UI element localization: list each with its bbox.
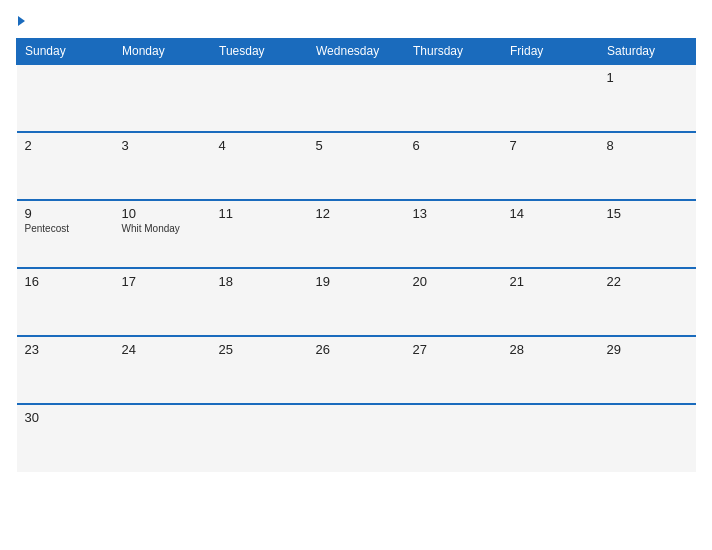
day-number: 29: [607, 342, 688, 357]
day-number: 30: [25, 410, 106, 425]
day-number: 3: [122, 138, 203, 153]
calendar-cell: [211, 64, 308, 132]
week-row-3: 9Pentecost10Whit Monday1112131415: [17, 200, 696, 268]
day-number: 24: [122, 342, 203, 357]
calendar-cell: [211, 404, 308, 472]
calendar-cell: [405, 404, 502, 472]
week-row-6: 30: [17, 404, 696, 472]
day-number: 12: [316, 206, 397, 221]
day-number: 7: [510, 138, 591, 153]
calendar-cell: 7: [502, 132, 599, 200]
day-number: 8: [607, 138, 688, 153]
calendar-cell: 16: [17, 268, 114, 336]
logo: [16, 16, 25, 26]
day-number: 18: [219, 274, 300, 289]
calendar-cell: 18: [211, 268, 308, 336]
day-number: 4: [219, 138, 300, 153]
logo-triangle-icon: [18, 16, 25, 26]
calendar-cell: 10Whit Monday: [114, 200, 211, 268]
calendar-cell: 22: [599, 268, 696, 336]
calendar-cell: 2: [17, 132, 114, 200]
calendar-cell: 30: [17, 404, 114, 472]
calendar-cell: 27: [405, 336, 502, 404]
day-number: 19: [316, 274, 397, 289]
day-number: 27: [413, 342, 494, 357]
calendar-cell: 24: [114, 336, 211, 404]
calendar-cell: 13: [405, 200, 502, 268]
calendar-table: SundayMondayTuesdayWednesdayThursdayFrid…: [16, 38, 696, 472]
day-number: 6: [413, 138, 494, 153]
calendar-cell: 15: [599, 200, 696, 268]
calendar-cell: 23: [17, 336, 114, 404]
day-number: 23: [25, 342, 106, 357]
day-number: 17: [122, 274, 203, 289]
calendar-cell: 4: [211, 132, 308, 200]
calendar-cell: 19: [308, 268, 405, 336]
calendar-cell: [17, 64, 114, 132]
week-row-1: 1: [17, 64, 696, 132]
day-header-friday: Friday: [502, 39, 599, 65]
week-row-2: 2345678: [17, 132, 696, 200]
week-row-5: 23242526272829: [17, 336, 696, 404]
day-number: 22: [607, 274, 688, 289]
holiday-label: Whit Monday: [122, 223, 203, 234]
calendar-header-row: SundayMondayTuesdayWednesdayThursdayFrid…: [17, 39, 696, 65]
day-number: 25: [219, 342, 300, 357]
day-header-monday: Monday: [114, 39, 211, 65]
calendar-cell: 3: [114, 132, 211, 200]
day-header-saturday: Saturday: [599, 39, 696, 65]
calendar-cell: 20: [405, 268, 502, 336]
calendar-cell: 14: [502, 200, 599, 268]
calendar-cell: 11: [211, 200, 308, 268]
holiday-label: Pentecost: [25, 223, 106, 234]
calendar-cell: [114, 64, 211, 132]
calendar-cell: [405, 64, 502, 132]
calendar-cell: 28: [502, 336, 599, 404]
calendar-cell: [502, 64, 599, 132]
calendar-cell: [308, 404, 405, 472]
calendar-cell: [502, 404, 599, 472]
calendar-cell: 5: [308, 132, 405, 200]
day-header-tuesday: Tuesday: [211, 39, 308, 65]
day-number: 10: [122, 206, 203, 221]
calendar-header: [16, 16, 696, 26]
calendar-cell: 25: [211, 336, 308, 404]
day-number: 9: [25, 206, 106, 221]
day-number: 5: [316, 138, 397, 153]
day-number: 11: [219, 206, 300, 221]
calendar-cell: 6: [405, 132, 502, 200]
calendar-cell: 9Pentecost: [17, 200, 114, 268]
calendar-cell: 8: [599, 132, 696, 200]
day-number: 28: [510, 342, 591, 357]
day-number: 20: [413, 274, 494, 289]
logo-blue-text: [16, 16, 25, 26]
week-row-4: 16171819202122: [17, 268, 696, 336]
calendar-cell: [599, 404, 696, 472]
calendar-cell: 26: [308, 336, 405, 404]
day-number: 14: [510, 206, 591, 221]
day-number: 15: [607, 206, 688, 221]
calendar-cell: 29: [599, 336, 696, 404]
day-number: 13: [413, 206, 494, 221]
calendar-cell: [308, 64, 405, 132]
day-header-thursday: Thursday: [405, 39, 502, 65]
day-number: 2: [25, 138, 106, 153]
calendar-cell: [114, 404, 211, 472]
calendar-cell: 17: [114, 268, 211, 336]
day-number: 26: [316, 342, 397, 357]
day-header-sunday: Sunday: [17, 39, 114, 65]
day-header-wednesday: Wednesday: [308, 39, 405, 65]
day-number: 16: [25, 274, 106, 289]
calendar-cell: 21: [502, 268, 599, 336]
day-number: 21: [510, 274, 591, 289]
day-number: 1: [607, 70, 688, 85]
calendar-cell: 1: [599, 64, 696, 132]
calendar-cell: 12: [308, 200, 405, 268]
